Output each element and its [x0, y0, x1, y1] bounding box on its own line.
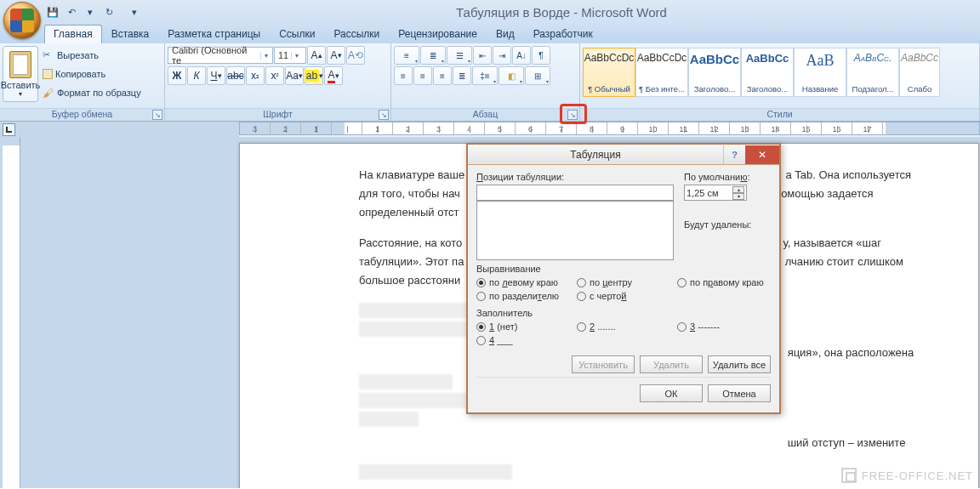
position-list[interactable] [476, 201, 674, 260]
clipboard-launcher-icon[interactable]: ↘ [152, 110, 162, 120]
align-right-button[interactable]: ≡ [433, 66, 452, 85]
shrink-font-button[interactable]: A▾ [327, 46, 345, 65]
justify-button[interactable]: ≣ [453, 66, 471, 85]
default-value: 1,25 см [687, 188, 719, 198]
leader-3-radio[interactable]: 3 ------- [677, 321, 762, 332]
cancel-button[interactable]: Отмена [708, 384, 771, 402]
bullets-button[interactable]: ≡▾ [394, 46, 419, 65]
doc-text: ший отступ – измените [359, 434, 963, 452]
tab-mailings[interactable]: Рассылки [324, 25, 389, 43]
brush-icon: 🖌 [43, 87, 54, 99]
change-case-button[interactable]: Aa▾ [285, 66, 304, 85]
copy-button[interactable]: Копировать [40, 65, 144, 83]
leader-2-radio[interactable]: 2 ....... [577, 321, 662, 332]
position-label: Позиции табуляции: [476, 172, 674, 182]
office-button[interactable] [3, 2, 41, 39]
tab-layout[interactable]: Разметка страницы [158, 25, 270, 43]
ribbon: Вставить ▾ ✂ Вырезать Копировать 🖌 Форма… [0, 43, 980, 122]
line-spacing-button[interactable]: ‡≡▾ [472, 66, 498, 85]
help-button[interactable]: ? [723, 145, 745, 164]
style-title[interactable]: AaB Название [794, 48, 846, 97]
close-button[interactable]: ✕ [745, 145, 779, 164]
default-label: По умолчанию: [684, 172, 751, 182]
redo-icon[interactable]: ↻ [100, 3, 117, 20]
multilevel-button[interactable]: ☰▾ [447, 46, 472, 65]
leader-group: 1 (нет) 2 ....... 3 ------- 4 ___ [476, 318, 771, 352]
save-icon[interactable]: 💾 [44, 3, 61, 20]
font-size-value: 11 [278, 50, 288, 60]
position-input[interactable] [476, 185, 674, 201]
sort-button[interactable]: A↓ [512, 46, 531, 65]
indent-inc-button[interactable]: ⇥ [493, 46, 511, 65]
underline-button[interactable]: Ч▾ [207, 66, 225, 85]
tab-developer[interactable]: Разработчик [524, 25, 602, 43]
qat-dd-icon[interactable]: ▾ [82, 3, 99, 20]
align-center-radio[interactable]: по центру [577, 277, 662, 287]
horizontal-ruler[interactable]: 3 2 1 1 2 3 4 5 6 7 8 9 10 11 12 13 14 1… [239, 122, 980, 135]
set-button[interactable]: Установить [572, 355, 635, 373]
borders-button[interactable]: ⊞▾ [525, 66, 550, 85]
indent-dec-button[interactable]: ⇤ [473, 46, 492, 65]
font-name-value: Calibri (Основной те [172, 45, 258, 65]
clipboard-icon [9, 51, 31, 78]
grow-font-button[interactable]: A▴ [307, 46, 326, 65]
bold-button[interactable]: Ж [168, 66, 186, 85]
leader-1-radio[interactable]: 1 (нет) [476, 321, 561, 332]
font-group-label: Шрифт ↘ [165, 108, 390, 121]
copy-label: Копировать [55, 69, 105, 79]
numbering-button[interactable]: ≣▾ [420, 46, 446, 65]
highlight-button[interactable]: ab▾ [305, 66, 323, 85]
align-left-radio[interactable]: по левому краю [476, 277, 561, 287]
tab-review[interactable]: Рецензирование [389, 25, 487, 43]
subscript-button[interactable]: x₂ [246, 66, 265, 85]
align-center-button[interactable]: ≡ [413, 66, 432, 85]
align-group: по левому краю по центру по правому краю… [476, 274, 771, 308]
watermark: FREE-OFFICE.NET [841, 468, 973, 483]
font-name-combo[interactable]: Calibri (Основной те▾ [168, 47, 273, 64]
spin-up-icon[interactable]: ▴ [732, 186, 744, 193]
style-heading2[interactable]: AaBbCc Заголово... [741, 48, 794, 97]
styles-group-label: Стили [580, 108, 979, 121]
style-heading1[interactable]: AaBbCc Заголово... [688, 48, 741, 97]
highlight-annotation [560, 104, 587, 124]
style-subtle[interactable]: AaBbCc Слабо [899, 48, 940, 97]
superscript-button[interactable]: x² [265, 66, 284, 85]
spin-down-icon[interactable]: ▾ [732, 193, 744, 200]
style-nospacing[interactable]: AaBbCcDc ¶ Без инте... [635, 48, 688, 97]
font-size-combo[interactable]: 11▾ [274, 47, 306, 64]
shading-button[interactable]: ◧▾ [499, 66, 524, 85]
style-normal[interactable]: AaBbCcDc ¶ Обычный [583, 48, 635, 97]
tab-view[interactable]: Вид [487, 25, 524, 43]
clear-format-button[interactable]: A⟲ [346, 46, 365, 65]
leader-4-radio[interactable]: 4 ___ [476, 335, 561, 345]
tab-references[interactable]: Ссылки [270, 25, 324, 43]
style-subtitle[interactable]: AaBbCc. Подзагол... [846, 48, 899, 97]
align-bar-radio[interactable]: с чертой [577, 291, 662, 301]
format-painter-button[interactable]: 🖌 Формат по образцу [40, 83, 144, 102]
strike-button[interactable]: abc [226, 66, 245, 85]
cut-label: Вырезать [57, 50, 99, 60]
windows-icon [841, 468, 857, 483]
align-left-button[interactable]: ≡ [394, 66, 413, 85]
align-right-radio[interactable]: по правому краю [677, 277, 764, 287]
vertical-ruler[interactable] [3, 137, 20, 488]
align-decimal-radio[interactable]: по разделителю [476, 291, 561, 301]
paste-label: Вставить [1, 80, 41, 90]
font-launcher-icon[interactable]: ↘ [379, 110, 389, 120]
show-marks-button[interactable]: ¶ [532, 46, 550, 65]
cut-button[interactable]: ✂ Вырезать [40, 46, 144, 65]
tab-selector[interactable] [3, 123, 15, 136]
qat-customize-icon[interactable]: ▾ [126, 3, 143, 20]
font-color-button[interactable]: A▾ [324, 66, 343, 85]
italic-button[interactable]: К [187, 66, 206, 85]
default-spin[interactable]: 1,25 см ▴▾ [684, 185, 747, 201]
tabs-dialog: Табуляция ? ✕ Позиции табуляции: По умол… [466, 143, 781, 414]
ribbon-tabs: Главная Вставка Разметка страницы Ссылки… [0, 24, 980, 43]
ok-button[interactable]: ОК [640, 384, 703, 402]
delete-all-button[interactable]: Удалить все [708, 355, 771, 373]
tab-home[interactable]: Главная [44, 25, 102, 43]
delete-button[interactable]: Удалить [640, 355, 703, 373]
tab-insert[interactable]: Вставка [102, 25, 159, 43]
paste-button[interactable]: Вставить ▾ [3, 46, 38, 102]
undo-icon[interactable]: ↶ [63, 3, 80, 20]
